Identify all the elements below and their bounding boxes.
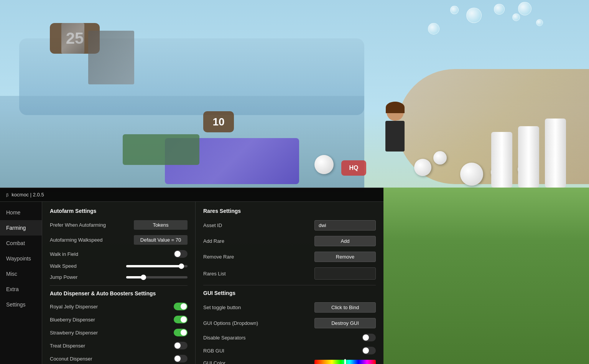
add-rare-label: Add Rare <box>203 238 224 244</box>
hq-badge: HQ <box>341 160 366 176</box>
asset-id-label: Asset ID <box>203 222 222 228</box>
blueberry-toggle[interactable] <box>174 316 188 323</box>
asset-id-row: Asset ID <box>203 220 376 231</box>
bubble <box>466 8 482 23</box>
gui-section-title: GUI Settings <box>203 290 376 296</box>
rares-list-label: Rares List <box>203 271 226 277</box>
left-column: Autofarm Settings Prefer When Autofarmin… <box>42 202 196 364</box>
bubble <box>428 23 439 35</box>
royal-jelly-row: Royal Jelly Dispenser <box>50 303 188 310</box>
color-bar-thumb <box>344 359 346 364</box>
toggle-dot <box>174 251 181 257</box>
white-cylinder <box>518 126 539 188</box>
menu-panel: β kocmoc | 2.0.5 Home Farming Combat Way… <box>0 188 383 364</box>
jump-power-slider[interactable] <box>126 276 188 278</box>
gui-color-bar[interactable] <box>314 360 376 364</box>
beta-badge: β <box>6 193 8 197</box>
sidebar-item-farming[interactable]: Farming <box>0 220 42 236</box>
rgb-gui-row: RGB GUI <box>203 347 376 354</box>
sidebar-item-extra[interactable]: Extra <box>0 282 42 297</box>
treat-toggle[interactable] <box>174 342 188 349</box>
toggle-dot <box>174 356 181 362</box>
white-cylinder <box>491 132 512 188</box>
add-rare-button[interactable]: Add <box>314 236 376 246</box>
treat-row: Treat Dispenser <box>50 342 188 349</box>
autofarm-section-title: Autofarm Settings <box>50 208 188 214</box>
white-sphere <box>414 159 431 176</box>
royal-jelly-label: Royal Jelly Dispenser <box>50 304 98 310</box>
toggle-dot <box>174 343 181 349</box>
coconut-label: Coconut Dispenser <box>50 356 92 362</box>
coconut-toggle[interactable] <box>174 355 188 362</box>
white-sphere <box>314 155 334 174</box>
gui-options-row: GUI Options (Dropdown) Destroy GUI <box>203 318 376 328</box>
char-body <box>385 121 405 152</box>
toggle-dot <box>181 303 187 310</box>
bubble <box>512 13 520 21</box>
prefer-autofarming-select[interactable]: Tokens <box>134 220 188 230</box>
disable-sep-label: Disable Separators <box>203 335 246 341</box>
treat-label: Treat Dispenser <box>50 343 85 349</box>
gui-color-row: GUI Color <box>203 360 376 364</box>
remove-rare-button[interactable]: Remove <box>314 252 376 262</box>
remove-rare-label: Remove Rare <box>203 254 234 260</box>
blueberry-label: Blueberry Dispenser <box>50 317 95 323</box>
prefer-autofarming-row: Prefer When Autofarming Tokens <box>50 220 188 230</box>
walk-speed-thumb <box>179 264 184 269</box>
title-bar: β kocmoc | 2.0.5 <box>0 188 383 202</box>
disable-sep-toggle[interactable] <box>362 334 376 341</box>
asset-id-input[interactable] <box>314 220 376 231</box>
section-divider-1 <box>50 285 188 286</box>
bubble <box>494 4 505 15</box>
section-divider-2 <box>203 285 376 285</box>
walk-speed-row: Walk Speed <box>50 263 188 269</box>
royal-jelly-toggle[interactable] <box>174 303 188 310</box>
walkspeed-label: Autofarming Walkspeed <box>50 237 103 243</box>
destroy-gui-button[interactable]: Destroy GUI <box>314 318 376 328</box>
walkspeed-input[interactable]: Default Value = 70 <box>134 235 188 245</box>
gui-options-label: GUI Options (Dropdown) <box>203 320 258 326</box>
white-sphere <box>433 151 447 165</box>
strawberry-row: Strawberry Dispenser <box>50 329 188 336</box>
walk-in-field-row: Walk in Field <box>50 250 188 258</box>
jump-power-label: Jump Power <box>50 274 77 280</box>
rgb-gui-toggle[interactable] <box>362 347 376 354</box>
sidebar-item-waypoints[interactable]: Waypoints <box>0 251 42 266</box>
sidebar-item-home[interactable]: Home <box>0 205 42 220</box>
bubble <box>450 6 459 14</box>
sidebar: Home Farming Combat Waypoints Misc Extra… <box>0 202 42 364</box>
toggle-dot <box>363 334 369 341</box>
rares-list-box <box>314 267 376 280</box>
walk-speed-slider[interactable] <box>126 265 188 267</box>
toggle-dot <box>363 348 369 354</box>
walk-in-field-toggle[interactable] <box>174 250 188 258</box>
score-badge-10: 10 <box>203 111 234 132</box>
coconut-row: Coconut Dispenser <box>50 355 188 362</box>
white-sphere-lg <box>460 163 483 186</box>
menu-content: Home Farming Combat Waypoints Misc Extra… <box>0 202 383 364</box>
green-mat <box>123 134 199 165</box>
toggle-dot <box>181 316 187 323</box>
set-toggle-row: Set toggle button Click to Bind <box>203 302 376 313</box>
gray-building <box>88 31 134 84</box>
rares-section-title: Rares Settings <box>203 208 376 214</box>
jump-power-row: Jump Power <box>50 274 188 280</box>
white-cylinder <box>545 119 566 188</box>
set-toggle-button[interactable]: Click to Bind <box>314 302 376 313</box>
jump-power-thumb <box>141 275 146 280</box>
gui-color-label: GUI Color <box>203 360 225 364</box>
rares-list-row: Rares List <box>203 267 376 280</box>
add-rare-row: Add Rare Add <box>203 236 376 246</box>
disable-sep-row: Disable Separators <box>203 334 376 341</box>
sidebar-item-misc[interactable]: Misc <box>0 266 42 282</box>
sidebar-item-settings[interactable]: Settings <box>0 297 42 312</box>
strawberry-toggle[interactable] <box>174 329 188 336</box>
char-hair <box>386 102 405 113</box>
sidebar-item-combat[interactable]: Combat <box>0 236 42 251</box>
remove-rare-row: Remove Rare Remove <box>203 252 376 262</box>
walk-in-field-label: Walk in Field <box>50 251 78 257</box>
strawberry-label: Strawberry Dispenser <box>50 330 98 336</box>
character <box>380 104 410 165</box>
walk-speed-fill <box>126 265 181 267</box>
dispensers-section-title: Auto Dispenser & Auto Boosters Settings <box>50 290 188 296</box>
